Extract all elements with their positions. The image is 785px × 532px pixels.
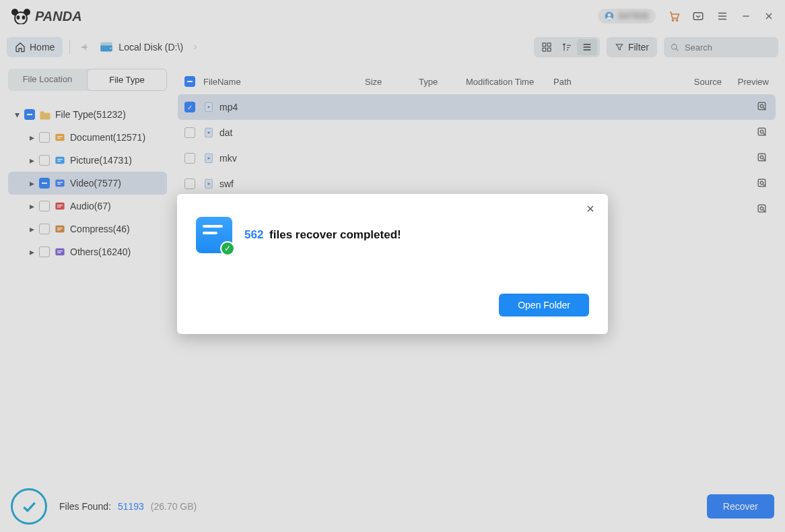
column-mtime[interactable]: Modification Time bbox=[466, 77, 553, 87]
tree-node[interactable]: ▸Compress(46) bbox=[8, 218, 167, 240]
svg-point-41 bbox=[760, 130, 763, 133]
column-filename[interactable]: FileName bbox=[203, 77, 365, 87]
checkbox-row[interactable] bbox=[184, 178, 195, 189]
magnify-icon bbox=[757, 152, 769, 164]
svg-point-2 bbox=[15, 12, 27, 24]
preview-button[interactable] bbox=[757, 127, 769, 139]
files-found-count: 51193 bbox=[118, 501, 144, 512]
svg-rect-30 bbox=[55, 226, 64, 233]
tree-node[interactable]: ▸Picture(14731) bbox=[8, 149, 167, 172]
preview-button[interactable] bbox=[757, 101, 769, 113]
tab-file-type[interactable]: File Type bbox=[87, 69, 167, 91]
checkbox-node[interactable] bbox=[39, 224, 50, 234]
tree-node[interactable]: ▸Video(7577) bbox=[8, 172, 167, 195]
preview-button[interactable] bbox=[757, 152, 769, 164]
svg-rect-25 bbox=[57, 182, 63, 182]
svg-rect-34 bbox=[57, 251, 63, 251]
close-icon[interactable] bbox=[763, 11, 774, 22]
checkbox-node[interactable] bbox=[39, 132, 50, 143]
svg-rect-35 bbox=[57, 253, 61, 253]
dialog-close-button[interactable] bbox=[585, 203, 596, 214]
chevron-right-icon bbox=[191, 43, 199, 51]
checkbox-root[interactable] bbox=[24, 109, 35, 120]
svg-rect-28 bbox=[57, 205, 63, 205]
file-name: mkv bbox=[219, 153, 381, 164]
column-size[interactable]: Size bbox=[365, 77, 419, 87]
caret-right-icon: ▸ bbox=[28, 132, 35, 143]
checkbox-row[interactable]: ✓ bbox=[184, 102, 195, 112]
magnify-icon bbox=[757, 127, 769, 139]
file-row[interactable]: mkv bbox=[178, 145, 776, 171]
tree-node-label: Audio(67) bbox=[70, 201, 111, 211]
home-button[interactable]: Home bbox=[7, 37, 63, 57]
checkbox-node[interactable] bbox=[39, 201, 50, 211]
tree-node[interactable]: ▸Others(16240) bbox=[8, 240, 167, 263]
view-sort-button[interactable] bbox=[557, 39, 577, 55]
checkbox-row[interactable] bbox=[184, 127, 195, 138]
user-badge[interactable]: 347505 bbox=[598, 9, 656, 24]
svg-rect-14 bbox=[547, 43, 551, 46]
file-row[interactable]: dat bbox=[178, 120, 776, 145]
checkmark-badge-icon: ✓ bbox=[220, 241, 235, 256]
disk-icon bbox=[100, 42, 113, 53]
checkbox-all[interactable] bbox=[184, 76, 195, 87]
tab-file-location[interactable]: File Location bbox=[8, 69, 87, 91]
view-list-button[interactable] bbox=[577, 39, 597, 55]
svg-rect-29 bbox=[57, 207, 61, 207]
recover-button[interactable]: Recover bbox=[707, 494, 774, 519]
open-folder-button[interactable]: Open Folder bbox=[499, 294, 589, 317]
user-id-obscured: 347505 bbox=[618, 11, 649, 21]
checkbox-node[interactable] bbox=[39, 178, 50, 189]
breadcrumb[interactable]: Local Disk (D:\) bbox=[100, 42, 199, 53]
menu-icon[interactable] bbox=[716, 10, 728, 22]
grid-icon bbox=[541, 42, 552, 53]
tree-root-label: File Type(51232) bbox=[55, 109, 126, 120]
checkbox-row[interactable] bbox=[184, 153, 195, 164]
svg-point-12 bbox=[110, 48, 112, 49]
tree-node[interactable]: ▸Document(12571) bbox=[8, 126, 167, 149]
svg-rect-13 bbox=[543, 43, 546, 46]
file-name: swf bbox=[219, 178, 381, 189]
svg-rect-20 bbox=[57, 138, 61, 139]
breadcrumb-label: Local Disk (D:\) bbox=[118, 42, 183, 53]
svg-rect-27 bbox=[55, 203, 64, 210]
column-preview[interactable]: Preview bbox=[722, 77, 769, 87]
tree-node[interactable]: ▸Audio(67) bbox=[8, 195, 167, 218]
tree-node-label: Compress(46) bbox=[70, 224, 130, 234]
caret-right-icon: ▸ bbox=[28, 201, 35, 211]
preview-button[interactable] bbox=[757, 178, 769, 190]
cart-icon[interactable] bbox=[668, 10, 680, 22]
svg-rect-15 bbox=[543, 48, 546, 51]
column-path[interactable]: Path bbox=[553, 77, 675, 87]
view-grid-button[interactable] bbox=[537, 39, 557, 55]
file-type-icon bbox=[203, 127, 214, 138]
column-type[interactable]: Type bbox=[419, 77, 466, 87]
inbox-icon[interactable] bbox=[692, 10, 704, 22]
minimize-icon[interactable] bbox=[741, 11, 751, 22]
file-row[interactable]: ✓mp4 bbox=[178, 94, 776, 120]
back-button[interactable] bbox=[77, 39, 93, 55]
preview-button[interactable] bbox=[757, 203, 769, 215]
search-input[interactable] bbox=[685, 42, 772, 53]
checkbox-node[interactable] bbox=[39, 246, 50, 257]
magnify-icon bbox=[757, 178, 769, 190]
filter-button[interactable]: Filter bbox=[607, 37, 657, 57]
user-avatar-icon bbox=[605, 11, 614, 21]
svg-point-3 bbox=[17, 15, 20, 20]
dialog-text: files recover completed! bbox=[269, 228, 401, 241]
dialog-message: 562 files recover completed! bbox=[244, 228, 401, 242]
svg-rect-22 bbox=[57, 159, 63, 160]
category-icon bbox=[54, 132, 66, 143]
file-row[interactable]: swf bbox=[178, 171, 776, 197]
svg-rect-32 bbox=[57, 230, 61, 230]
column-source[interactable]: Source bbox=[675, 77, 722, 87]
document-success-icon: ✓ bbox=[196, 217, 232, 253]
caret-down-icon: ▾ bbox=[13, 109, 20, 120]
checkbox-node[interactable] bbox=[39, 155, 50, 166]
file-type-icon bbox=[203, 102, 214, 112]
caret-right-icon: ▸ bbox=[28, 246, 35, 257]
filter-icon bbox=[615, 42, 624, 52]
search-field[interactable] bbox=[664, 37, 778, 57]
tree-root[interactable]: ▾ File Type(51232) bbox=[8, 103, 167, 126]
svg-point-50 bbox=[760, 207, 763, 210]
